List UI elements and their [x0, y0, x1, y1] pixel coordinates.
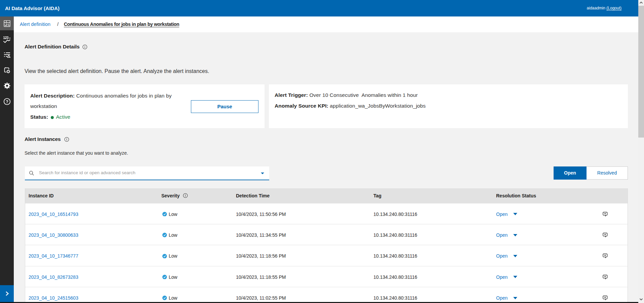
svg-text:123: 123	[3, 36, 8, 40]
svg-text:?: ?	[6, 99, 8, 104]
